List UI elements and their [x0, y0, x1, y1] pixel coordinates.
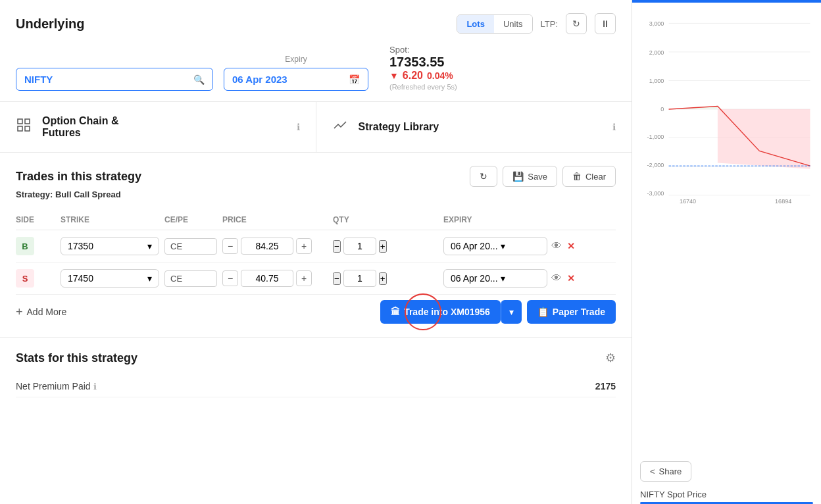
price-plus-2[interactable]: +	[296, 270, 312, 286]
strike-value-2: 17450	[68, 273, 93, 284]
lots-button[interactable]: Lots	[457, 15, 493, 33]
search-icon: 🔍	[193, 74, 205, 85]
qty-minus-2[interactable]: −	[333, 272, 341, 285]
expiry-label: Expiry	[224, 55, 368, 64]
table-row: S 17450 ▾ CE − + − + 06 Apr 20... ▾	[16, 263, 616, 295]
col-price: PRICE	[222, 215, 328, 224]
clear-icon: 🗑	[572, 171, 582, 182]
underlying-title: Underlying	[16, 16, 84, 32]
svg-text:1,000: 1,000	[649, 78, 664, 84]
expiry-value-2: 06 Apr 20...	[451, 273, 498, 284]
share-button[interactable]: < Share	[640, 461, 691, 482]
chart-label: NIFTY Spot Price	[632, 487, 821, 502]
delete-row-1[interactable]: ✕	[567, 241, 575, 251]
expiry-dropdown-icon-2: ▾	[501, 273, 505, 284]
change-arrow-icon: ▼	[389, 70, 399, 81]
expiry-select-2[interactable]: 06 Apr 20... ▾	[443, 269, 547, 288]
symbol-input[interactable]: NIFTY 🔍	[16, 68, 213, 91]
spot-label: Spot:	[389, 45, 409, 55]
price-input-2[interactable]	[241, 270, 293, 287]
cepe-badge-1: CE	[164, 238, 217, 255]
strategy-name-value: Bull Call Spread	[55, 189, 121, 199]
lots-units-toggle[interactable]: Lots Units	[457, 14, 532, 34]
refresh-button[interactable]: ↻	[566, 13, 587, 34]
clear-button[interactable]: 🗑 Clear	[562, 166, 616, 187]
cepe-badge-2: CE	[164, 270, 217, 287]
svg-text:2,000: 2,000	[649, 49, 664, 56]
svg-rect-3	[25, 126, 30, 131]
expiry-date: 06 Apr 2023	[232, 74, 349, 85]
chart-line-icon	[332, 117, 348, 137]
col-strike: STRIKE	[61, 215, 159, 224]
option-chain-card[interactable]: Option Chain &Futures ℹ	[0, 102, 316, 152]
strategy-library-info-icon[interactable]: ℹ	[612, 122, 616, 132]
price-plus-1[interactable]: +	[296, 238, 312, 254]
strike-dropdown-icon-2: ▾	[147, 273, 152, 284]
svg-text:0: 0	[660, 106, 664, 113]
pause-button[interactable]: ⏸	[595, 13, 616, 34]
change-value: 6.20	[403, 70, 423, 82]
col-side: SIDE	[16, 215, 55, 224]
share-label: Share	[659, 466, 682, 476]
price-minus-1[interactable]: −	[222, 238, 238, 254]
strike-value-1: 17350	[68, 241, 93, 251]
svg-text:-2,000: -2,000	[647, 162, 664, 168]
svg-marker-19	[718, 109, 810, 169]
refresh-note: (Refreshed every 5s)	[389, 83, 457, 91]
visibility-toggle-2[interactable]: 👁	[551, 272, 562, 284]
price-minus-2[interactable]: −	[222, 270, 238, 286]
symbol-value: NIFTY	[24, 74, 193, 85]
delete-row-2[interactable]: ✕	[567, 273, 575, 284]
add-more-label: Add More	[27, 307, 67, 317]
expiry-select-1[interactable]: 06 Apr 20... ▾	[443, 237, 547, 255]
strike-select-1[interactable]: 17350 ▾	[61, 237, 159, 255]
reload-icon: ↻	[480, 171, 487, 182]
price-input-1[interactable]	[241, 238, 293, 255]
trade-dropdown-button[interactable]: ▾	[501, 300, 522, 324]
col-cepe: CE/PE	[164, 215, 217, 224]
qty-plus-1[interactable]: +	[379, 240, 387, 253]
grid-icon	[16, 117, 32, 137]
side-badge-sell: S	[16, 269, 34, 288]
units-button[interactable]: Units	[494, 15, 532, 33]
calendar-icon: 📅	[349, 74, 360, 85]
save-button[interactable]: 💾 Save	[503, 166, 557, 187]
paper-trade-button[interactable]: 📋 Paper Trade	[527, 300, 616, 324]
save-label: Save	[528, 172, 547, 182]
change-percent: 0.04%	[427, 70, 453, 81]
trade-into-button[interactable]: 🏛 Trade into XM01956	[380, 300, 501, 324]
expiry-value-1: 06 Apr 20...	[451, 241, 498, 251]
trade-into-label: Trade into XM01956	[404, 307, 490, 317]
stats-settings-icon[interactable]: ⚙	[605, 351, 616, 365]
svg-text:-1,000: -1,000	[647, 134, 664, 140]
reload-button[interactable]: ↻	[470, 166, 497, 187]
svg-rect-2	[18, 126, 22, 131]
col-qty: QTY	[333, 215, 438, 224]
spot-value: 17353.55	[389, 55, 444, 70]
share-icon: <	[650, 466, 655, 476]
qty-input-2[interactable]	[343, 270, 376, 287]
strategy-library-card[interactable]: Strategy Library ℹ	[316, 102, 632, 152]
strategy-library-title: Strategy Library	[359, 121, 439, 133]
net-premium-value: 2175	[595, 381, 616, 391]
trade-icon: 🏛	[391, 307, 400, 317]
net-premium-label: Net Premium Paid ℹ	[16, 381, 97, 391]
svg-text:-3,000: -3,000	[647, 190, 664, 197]
add-more-button[interactable]: + Add More	[16, 305, 66, 319]
paper-trade-label: Paper Trade	[553, 307, 605, 317]
net-premium-info-icon[interactable]: ℹ	[93, 382, 97, 391]
expiry-input[interactable]: 06 Apr 2023 📅	[224, 68, 368, 91]
chart-area: 3,000 2,000 1,000 0 -1,000 -2,000 -3,000	[632, 3, 821, 456]
svg-text:3,000: 3,000	[649, 20, 664, 27]
side-badge-buy: B	[16, 237, 34, 255]
strike-select-2[interactable]: 17450 ▾	[61, 269, 159, 288]
trade-table-header: SIDE STRIKE CE/PE PRICE QTY EXPIRY	[16, 210, 616, 230]
option-chain-info-icon[interactable]: ℹ	[297, 122, 300, 132]
qty-plus-2[interactable]: +	[379, 272, 387, 285]
qty-minus-1[interactable]: −	[333, 240, 341, 253]
strategy-label: Strategy:	[16, 189, 53, 199]
qty-input-1[interactable]	[343, 238, 376, 255]
svg-text:16894: 16894	[775, 198, 791, 205]
strike-dropdown-icon-1: ▾	[147, 241, 152, 251]
visibility-toggle-1[interactable]: 👁	[551, 240, 562, 252]
